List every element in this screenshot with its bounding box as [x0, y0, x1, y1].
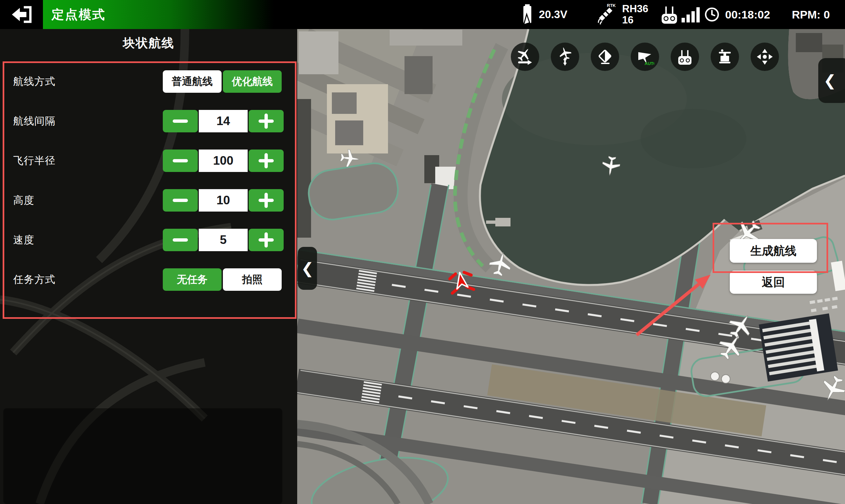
- exit-button[interactable]: [0, 0, 43, 29]
- eraser-button[interactable]: [591, 42, 619, 71]
- panel-lower-dark-area: [3, 408, 282, 504]
- top-status-bar: 定点模式 20.3V RTK: [0, 0, 845, 29]
- minus-icon: [173, 159, 188, 162]
- altitude-label: 高度: [13, 189, 34, 212]
- rpm-status: RPM: 0: [792, 0, 830, 29]
- line-spacing-value[interactable]: 14: [199, 110, 248, 132]
- ground-station-screen: AUTO 生成航线 返回 ❮ ❮: [0, 0, 845, 504]
- eraser-icon: [596, 48, 614, 66]
- winch-icon: [716, 48, 734, 66]
- rc-signal-button[interactable]: [671, 42, 699, 71]
- auto-nav-icon: AUTO: [636, 48, 654, 66]
- signal-bars-icon: [682, 6, 701, 23]
- row-task-mode: 任务方式 无任务 拍照: [0, 268, 297, 291]
- generate-route-label: 生成航线: [750, 243, 796, 259]
- altitude-plus-button[interactable]: [249, 189, 284, 212]
- back-map-label: 返回: [762, 275, 785, 290]
- generate-route-button[interactable]: 生成航线: [730, 239, 817, 263]
- minus-icon: [173, 199, 188, 202]
- plus-icon: [259, 232, 274, 248]
- pan-control-button[interactable]: [751, 42, 779, 71]
- route-mode-label: 航线方式: [13, 70, 55, 93]
- plane-forward-button[interactable]: [511, 42, 539, 71]
- battery-status: 20.3V: [521, 0, 567, 29]
- rtk-satellite-icon: RTK: [594, 2, 619, 27]
- back-map-button[interactable]: 返回: [730, 271, 817, 294]
- plane-altitude-icon: [556, 48, 574, 66]
- speed-minus-button[interactable]: [163, 229, 198, 251]
- line-spacing-plus-button[interactable]: [249, 110, 284, 132]
- plane-forward-icon: [516, 48, 534, 66]
- map-satellite-view[interactable]: [297, 29, 845, 504]
- rtk-name: RH36: [622, 3, 648, 15]
- minus-icon: [173, 238, 188, 241]
- flight-time-status: 00:18:02: [704, 0, 770, 29]
- auto-nav-button[interactable]: AUTO: [631, 42, 659, 71]
- option-label: 拍照: [242, 273, 263, 287]
- rpm-value: RPM: 0: [792, 8, 830, 21]
- flight-radius-plus-button[interactable]: [249, 149, 284, 172]
- task-mode-label: 任务方式: [13, 268, 55, 291]
- rtk-count: 16: [622, 15, 648, 26]
- plus-icon: [259, 193, 274, 208]
- right-panel-collapse-handle[interactable]: ❮: [818, 58, 845, 103]
- pan-control-icon: [756, 48, 774, 66]
- option-optimized-route[interactable]: 优化航线: [223, 70, 282, 93]
- battery-icon: [521, 4, 534, 25]
- route-settings-panel: 块状航线 航线方式 普通航线 优化航线 航线间隔 14 飞行半径 100: [0, 29, 297, 504]
- speed-label: 速度: [13, 229, 34, 251]
- flight-mode-label: 定点模式: [52, 6, 106, 23]
- rc-icon: [659, 4, 680, 25]
- line-spacing-label: 航线间隔: [13, 110, 55, 132]
- panel-collapse-handle[interactable]: ❮: [298, 247, 317, 290]
- row-line-spacing: 航线间隔 14: [0, 110, 297, 132]
- option-label: 优化航线: [232, 75, 273, 88]
- row-route-mode: 航线方式 普通航线 优化航线: [0, 70, 297, 93]
- altitude-value[interactable]: 10: [199, 189, 248, 212]
- plus-icon: [259, 153, 274, 168]
- rtk-badge: RTK: [607, 3, 616, 8]
- option-no-task[interactable]: 无任务: [163, 268, 222, 291]
- rc-icon: [675, 48, 694, 66]
- winch-button[interactable]: [710, 42, 739, 71]
- flight-time: 00:18:02: [725, 8, 770, 21]
- option-take-photo[interactable]: 拍照: [223, 268, 282, 291]
- row-flight-radius: 飞行半径 100: [0, 149, 297, 172]
- chevron-left-icon: ❮: [824, 72, 837, 89]
- speed-plus-button[interactable]: [249, 229, 284, 251]
- battery-voltage: 20.3V: [539, 8, 567, 21]
- rtk-status: RTK RH36 16: [594, 0, 648, 29]
- plus-icon: [259, 113, 274, 129]
- flight-radius-value[interactable]: 100: [199, 149, 248, 172]
- drone-marker: [446, 267, 476, 296]
- row-speed: 速度 5: [0, 229, 297, 251]
- row-altitude: 高度 10: [0, 189, 297, 212]
- exit-icon: [10, 5, 33, 24]
- flight-radius-minus-button[interactable]: [163, 149, 198, 172]
- option-label: 普通航线: [172, 75, 213, 88]
- flight-mode-banner: 定点模式: [43, 0, 274, 29]
- auto-label: AUTO: [645, 61, 654, 66]
- rc-link-status: [659, 0, 701, 29]
- chevron-left-icon: ❮: [301, 259, 314, 277]
- minus-icon: [173, 120, 188, 123]
- speed-value[interactable]: 5: [199, 229, 248, 251]
- panel-title: 块状航线: [0, 35, 297, 52]
- option-normal-route[interactable]: 普通航线: [163, 70, 222, 93]
- plane-altitude-button[interactable]: [551, 42, 579, 71]
- map-canvas: [297, 29, 845, 504]
- flight-radius-label: 飞行半径: [13, 149, 55, 172]
- line-spacing-minus-button[interactable]: [163, 110, 198, 132]
- option-label: 无任务: [177, 273, 208, 287]
- clock-icon: [704, 6, 720, 22]
- altitude-minus-button[interactable]: [163, 189, 198, 212]
